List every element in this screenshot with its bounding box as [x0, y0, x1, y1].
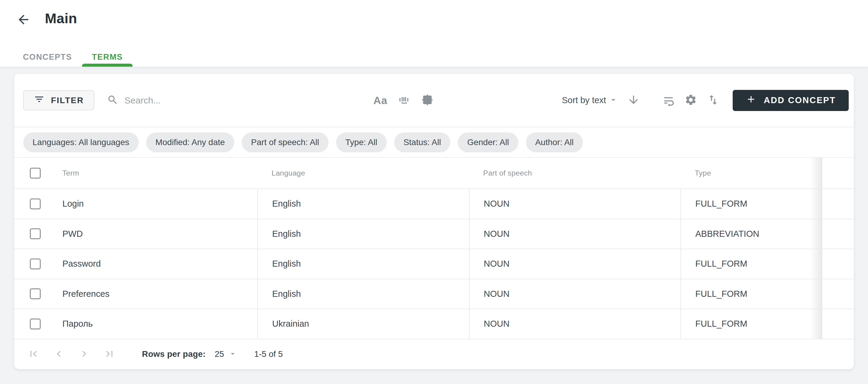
cell-actions [822, 309, 854, 339]
table-row[interactable]: Preferences English NOUN FULL_FORM [14, 279, 854, 309]
previous-page-button[interactable] [52, 347, 66, 361]
term-value: Пароль [62, 319, 93, 329]
cell-part-of-speech: NOUN [469, 219, 681, 249]
cell-part-of-speech: NOUN [469, 189, 681, 219]
header-cell-type: Type [681, 158, 822, 188]
next-page-button[interactable] [77, 347, 91, 361]
cell-language: English [257, 219, 469, 249]
cell-type: ABBREVIATION [681, 219, 822, 249]
header-cell-term: Term [14, 158, 257, 188]
toolbar: FILTER Aa [14, 74, 854, 127]
header-cell-part-of-speech: Part of speech [469, 158, 681, 188]
settings-button[interactable] [682, 92, 700, 109]
cell-actions [822, 249, 854, 279]
cell-actions [822, 279, 854, 309]
search-input[interactable] [124, 95, 293, 106]
chip-modified[interactable]: Modified: Any date [146, 132, 234, 152]
table-header: Term Language Part of speech Type [14, 158, 854, 189]
rows-per-page-value: 25 [215, 349, 224, 359]
tab-bar: CONCEPTS TERMS [13, 47, 133, 67]
terms-card: FILTER Aa [14, 74, 854, 369]
app-header: Main CONCEPTS TERMS [0, 0, 868, 67]
row-checkbox[interactable] [30, 288, 41, 299]
tab-concepts[interactable]: CONCEPTS [13, 47, 82, 67]
cell-type: FULL_FORM [681, 249, 822, 279]
back-button[interactable] [15, 11, 32, 28]
first-page-icon [27, 348, 39, 361]
cell-actions [822, 219, 854, 249]
tab-terms[interactable]: TERMS [82, 47, 133, 67]
term-value: PWD [62, 229, 83, 239]
add-concept-label: ADD CONCEPT [764, 95, 836, 105]
chip-type[interactable]: Type: All [336, 132, 387, 152]
chip-part-of-speech[interactable]: Part of speech: All [242, 132, 329, 152]
cell-language: Ukrainian [257, 309, 469, 339]
table-row[interactable]: Password English NOUN FULL_FORM [14, 249, 854, 279]
import-export-icon [707, 93, 719, 107]
table-row[interactable]: Пароль Ukrainian NOUN FULL_FORM [14, 309, 854, 339]
chip-author[interactable]: Author: All [526, 132, 583, 152]
cell-language: English [257, 249, 469, 279]
gear-icon [684, 93, 697, 107]
active-tab-indicator [82, 64, 133, 67]
cell-language: English [257, 279, 469, 309]
import-export-button[interactable] [704, 92, 722, 109]
crosshair-frame-icon [421, 93, 434, 107]
row-checkbox[interactable] [30, 228, 41, 239]
table-footer: Rows per page: 25 1-5 of 5 [14, 339, 854, 370]
sort-direction-button[interactable] [625, 92, 642, 109]
table-tools [660, 92, 722, 109]
filter-chips-row: Languages: All languages Modified: Any d… [14, 127, 854, 158]
cell-part-of-speech: NOUN [469, 279, 681, 309]
term-value: Preferences [62, 289, 110, 299]
caret-down-icon [228, 349, 237, 359]
cell-term: PWD [14, 219, 257, 249]
barcode-icon [398, 93, 410, 107]
caret-down-icon [609, 95, 618, 106]
focus-frame-button[interactable] [418, 92, 436, 109]
row-checkbox[interactable] [30, 319, 41, 329]
wrap-text-icon [662, 93, 675, 107]
cell-actions [822, 189, 854, 219]
cell-type: FULL_FORM [681, 309, 822, 339]
pagination-range: 1-5 of 5 [254, 349, 283, 359]
match-case-button[interactable]: Aa [372, 92, 389, 109]
rows-per-page-label: Rows per page: [142, 349, 206, 359]
chip-languages[interactable]: Languages: All languages [23, 132, 138, 152]
arrow-downward-icon [627, 93, 640, 107]
first-page-button[interactable] [26, 347, 41, 361]
sort-select[interactable]: Sort by text [562, 95, 618, 106]
last-page-button[interactable] [102, 347, 117, 361]
search-icon [107, 94, 119, 107]
cell-part-of-speech: NOUN [469, 249, 681, 279]
tab-concepts-label: CONCEPTS [23, 53, 72, 62]
table-row[interactable]: PWD English NOUN ABBREVIATION [14, 219, 854, 249]
match-case-icon: Aa [373, 94, 388, 107]
chip-status[interactable]: Status: All [394, 132, 451, 152]
row-checkbox[interactable] [30, 259, 41, 269]
chevron-left-icon [53, 348, 65, 361]
wrap-text-button[interactable] [660, 92, 677, 109]
last-page-icon [103, 348, 116, 361]
cell-term: Preferences [14, 279, 257, 309]
column-label-term: Term [62, 169, 79, 177]
rows-per-page-select[interactable]: 25 [215, 349, 237, 359]
term-value: Login [62, 199, 84, 209]
filter-button[interactable]: FILTER [23, 90, 94, 110]
add-concept-button[interactable]: ADD CONCEPT [733, 90, 849, 111]
barcode-button[interactable] [395, 92, 412, 109]
term-value: Password [62, 259, 101, 269]
row-checkbox[interactable] [30, 199, 41, 209]
cell-part-of-speech: NOUN [469, 309, 681, 339]
page-body: FILTER Aa [0, 67, 868, 369]
cell-type: FULL_FORM [681, 279, 822, 309]
chip-gender[interactable]: Gender: All [458, 132, 518, 152]
table-row[interactable]: Login English NOUN FULL_FORM [14, 189, 854, 219]
arrow-back-icon [16, 12, 31, 28]
tab-terms-label: TERMS [92, 53, 123, 62]
page-title: Main [45, 10, 77, 27]
select-all-checkbox[interactable] [30, 168, 41, 179]
header-cell-language: Language [257, 158, 469, 188]
cell-type: FULL_FORM [681, 189, 822, 219]
sort-select-value: Sort by text [562, 95, 606, 105]
